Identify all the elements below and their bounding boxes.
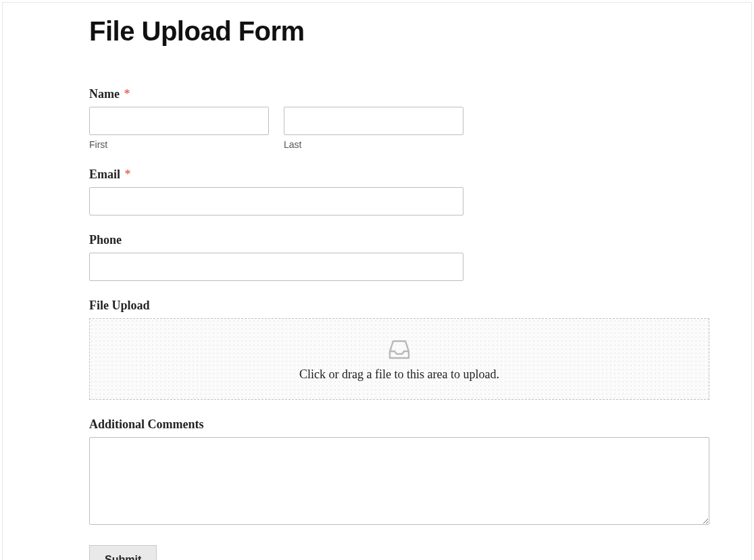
submit-group: Submit	[89, 545, 709, 560]
first-name-wrapper: First	[89, 107, 269, 150]
email-label-text: Email	[89, 168, 120, 181]
file-upload-field-group: File Upload Click or drag a file to this…	[89, 299, 709, 400]
name-row: First Last	[89, 107, 463, 150]
last-name-sublabel: Last	[284, 139, 463, 150]
file-upload-label: File Upload	[89, 299, 709, 313]
name-field-group: Name * First Last	[89, 87, 709, 150]
comments-label: Additional Comments	[89, 417, 709, 432]
required-asterisk: *	[125, 168, 131, 181]
first-name-input[interactable]	[89, 107, 269, 135]
file-upload-hint: Click or drag a file to this area to upl…	[103, 367, 695, 382]
phone-input[interactable]	[89, 253, 463, 281]
email-input[interactable]	[89, 187, 463, 215]
form-title: File Upload Form	[89, 16, 709, 47]
first-name-sublabel: First	[89, 139, 269, 150]
comments-field-group: Additional Comments	[89, 417, 709, 528]
submit-button[interactable]: Submit	[89, 545, 157, 560]
email-field-group: Email *	[89, 168, 709, 215]
phone-label: Phone	[89, 233, 709, 247]
email-label: Email *	[89, 168, 709, 182]
required-asterisk: *	[124, 87, 130, 101]
last-name-wrapper: Last	[284, 107, 463, 150]
form-container: File Upload Form Name * First Last Email…	[2, 2, 752, 560]
last-name-input[interactable]	[284, 107, 463, 135]
file-dropzone[interactable]: Click or drag a file to this area to upl…	[89, 318, 709, 400]
comments-textarea[interactable]	[89, 437, 709, 525]
name-label: Name *	[89, 87, 709, 101]
name-label-text: Name	[89, 87, 120, 101]
inbox-icon	[386, 338, 412, 361]
phone-field-group: Phone	[89, 233, 709, 281]
